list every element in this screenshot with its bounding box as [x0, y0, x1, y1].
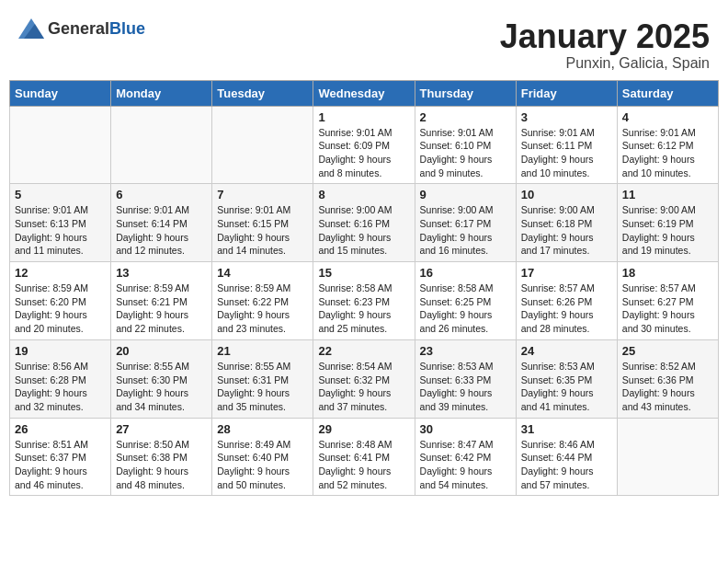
- title-area: January 2025 Punxin, Galicia, Spain: [500, 18, 710, 72]
- day-content: Sunrise: 9:01 AM Sunset: 6:14 PM Dayligh…: [116, 203, 207, 258]
- calendar-cell: [212, 106, 313, 184]
- day-content: Sunrise: 8:51 AM Sunset: 6:37 PM Dayligh…: [15, 438, 106, 492]
- day-content: Sunrise: 8:58 AM Sunset: 6:25 PM Dayligh…: [420, 282, 511, 336]
- calendar-cell: 4Sunrise: 9:01 AM Sunset: 6:12 PM Daylig…: [617, 106, 718, 184]
- day-number: 5: [15, 188, 106, 201]
- calendar-cell: [617, 418, 718, 496]
- day-number: 14: [217, 266, 308, 280]
- day-number: 4: [622, 110, 713, 124]
- page-header: GeneralBlue January 2025 Punxin, Galicia…: [9, 9, 719, 76]
- logo-general: GeneralBlue: [48, 20, 145, 38]
- weekday-header-saturday: Saturday: [617, 80, 718, 106]
- calendar-cell: 8Sunrise: 9:00 AM Sunset: 6:16 PM Daylig…: [313, 184, 415, 262]
- calendar-header: SundayMondayTuesdayWednesdayThursdayFrid…: [10, 80, 719, 106]
- day-content: Sunrise: 8:53 AM Sunset: 6:35 PM Dayligh…: [521, 360, 612, 414]
- day-content: Sunrise: 8:53 AM Sunset: 6:33 PM Dayligh…: [420, 360, 511, 414]
- day-number: 27: [116, 422, 207, 436]
- day-content: Sunrise: 9:01 AM Sunset: 6:11 PM Dayligh…: [521, 126, 612, 180]
- calendar-cell: 24Sunrise: 8:53 AM Sunset: 6:35 PM Dayli…: [516, 339, 617, 418]
- day-number: 6: [116, 188, 207, 201]
- day-number: 29: [318, 422, 409, 436]
- calendar-week-row: 5Sunrise: 9:01 AM Sunset: 6:13 PM Daylig…: [10, 184, 719, 262]
- day-content: Sunrise: 9:00 AM Sunset: 6:16 PM Dayligh…: [318, 203, 409, 258]
- calendar-cell: 29Sunrise: 8:48 AM Sunset: 6:41 PM Dayli…: [313, 418, 415, 496]
- calendar-cell: 14Sunrise: 8:59 AM Sunset: 6:22 PM Dayli…: [212, 262, 313, 340]
- day-content: Sunrise: 8:55 AM Sunset: 6:31 PM Dayligh…: [217, 360, 308, 414]
- day-number: 18: [622, 266, 713, 280]
- day-content: Sunrise: 8:52 AM Sunset: 6:36 PM Dayligh…: [622, 360, 713, 414]
- calendar-cell: 19Sunrise: 8:56 AM Sunset: 6:28 PM Dayli…: [10, 339, 111, 418]
- day-number: 12: [15, 266, 106, 280]
- day-content: Sunrise: 8:58 AM Sunset: 6:23 PM Dayligh…: [318, 282, 409, 336]
- day-number: 17: [521, 266, 612, 280]
- day-content: Sunrise: 9:00 AM Sunset: 6:17 PM Dayligh…: [420, 203, 511, 258]
- day-number: 23: [420, 344, 511, 358]
- day-number: 20: [116, 344, 207, 358]
- day-number: 30: [420, 422, 511, 436]
- day-number: 24: [521, 344, 612, 358]
- day-content: Sunrise: 9:01 AM Sunset: 6:09 PM Dayligh…: [318, 126, 409, 180]
- calendar-cell: 17Sunrise: 8:57 AM Sunset: 6:26 PM Dayli…: [516, 262, 617, 340]
- day-content: Sunrise: 8:49 AM Sunset: 6:40 PM Dayligh…: [217, 438, 308, 492]
- day-number: 10: [521, 188, 612, 201]
- month-title: January 2025: [500, 18, 710, 55]
- day-number: 22: [318, 344, 409, 358]
- day-content: Sunrise: 8:55 AM Sunset: 6:30 PM Dayligh…: [116, 360, 207, 414]
- weekday-header-monday: Monday: [111, 80, 212, 106]
- calendar-cell: 25Sunrise: 8:52 AM Sunset: 6:36 PM Dayli…: [617, 339, 718, 418]
- day-content: Sunrise: 8:59 AM Sunset: 6:20 PM Dayligh…: [15, 282, 106, 336]
- day-content: Sunrise: 8:54 AM Sunset: 6:32 PM Dayligh…: [318, 360, 409, 414]
- day-number: 9: [420, 188, 511, 201]
- calendar-cell: 20Sunrise: 8:55 AM Sunset: 6:30 PM Dayli…: [111, 339, 212, 418]
- day-content: Sunrise: 9:01 AM Sunset: 6:15 PM Dayligh…: [217, 203, 308, 258]
- day-content: Sunrise: 8:50 AM Sunset: 6:38 PM Dayligh…: [116, 438, 207, 492]
- calendar-cell: 5Sunrise: 9:01 AM Sunset: 6:13 PM Daylig…: [10, 184, 111, 262]
- weekday-header-tuesday: Tuesday: [212, 80, 313, 106]
- calendar-week-row: 12Sunrise: 8:59 AM Sunset: 6:20 PM Dayli…: [10, 262, 719, 340]
- location-title: Punxin, Galicia, Spain: [500, 55, 710, 72]
- calendar-week-row: 1Sunrise: 9:01 AM Sunset: 6:09 PM Daylig…: [10, 106, 719, 184]
- day-number: 2: [420, 110, 511, 124]
- day-number: 7: [217, 188, 308, 201]
- day-content: Sunrise: 8:59 AM Sunset: 6:21 PM Dayligh…: [116, 282, 207, 336]
- day-content: Sunrise: 8:56 AM Sunset: 6:28 PM Dayligh…: [15, 360, 106, 414]
- day-number: 15: [318, 266, 409, 280]
- calendar-week-row: 19Sunrise: 8:56 AM Sunset: 6:28 PM Dayli…: [10, 339, 719, 418]
- calendar-cell: 22Sunrise: 8:54 AM Sunset: 6:32 PM Dayli…: [313, 339, 415, 418]
- calendar-table: SundayMondayTuesdayWednesdayThursdayFrid…: [9, 80, 719, 497]
- logo: GeneralBlue: [18, 18, 145, 39]
- day-number: 13: [116, 266, 207, 280]
- day-number: 21: [217, 344, 308, 358]
- weekday-header-friday: Friday: [516, 80, 617, 106]
- calendar-cell: 7Sunrise: 9:01 AM Sunset: 6:15 PM Daylig…: [212, 184, 313, 262]
- calendar-cell: 6Sunrise: 9:01 AM Sunset: 6:14 PM Daylig…: [111, 184, 212, 262]
- day-number: 19: [15, 344, 106, 358]
- weekday-header-thursday: Thursday: [415, 80, 516, 106]
- day-number: 28: [217, 422, 308, 436]
- weekday-header-sunday: Sunday: [10, 80, 111, 106]
- day-number: 1: [318, 110, 409, 124]
- calendar-cell: 12Sunrise: 8:59 AM Sunset: 6:20 PM Dayli…: [10, 262, 111, 340]
- day-content: Sunrise: 9:01 AM Sunset: 6:13 PM Dayligh…: [15, 203, 106, 258]
- day-content: Sunrise: 8:46 AM Sunset: 6:44 PM Dayligh…: [521, 438, 612, 492]
- calendar-cell: 9Sunrise: 9:00 AM Sunset: 6:17 PM Daylig…: [415, 184, 516, 262]
- day-content: Sunrise: 8:48 AM Sunset: 6:41 PM Dayligh…: [318, 438, 409, 492]
- calendar-cell: [111, 106, 212, 184]
- calendar-cell: 28Sunrise: 8:49 AM Sunset: 6:40 PM Dayli…: [212, 418, 313, 496]
- day-content: Sunrise: 8:47 AM Sunset: 6:42 PM Dayligh…: [420, 438, 511, 492]
- calendar-cell: 23Sunrise: 8:53 AM Sunset: 6:33 PM Dayli…: [415, 339, 516, 418]
- calendar-week-row: 26Sunrise: 8:51 AM Sunset: 6:37 PM Dayli…: [10, 418, 719, 496]
- calendar-cell: [10, 106, 111, 184]
- calendar-cell: 10Sunrise: 9:00 AM Sunset: 6:18 PM Dayli…: [516, 184, 617, 262]
- calendar-cell: 13Sunrise: 8:59 AM Sunset: 6:21 PM Dayli…: [111, 262, 212, 340]
- day-content: Sunrise: 8:57 AM Sunset: 6:27 PM Dayligh…: [622, 282, 713, 336]
- calendar-cell: 15Sunrise: 8:58 AM Sunset: 6:23 PM Dayli…: [313, 262, 415, 340]
- calendar-cell: 2Sunrise: 9:01 AM Sunset: 6:10 PM Daylig…: [415, 106, 516, 184]
- calendar-cell: 21Sunrise: 8:55 AM Sunset: 6:31 PM Dayli…: [212, 339, 313, 418]
- calendar-cell: 18Sunrise: 8:57 AM Sunset: 6:27 PM Dayli…: [617, 262, 718, 340]
- logo-icon: [18, 18, 44, 39]
- day-content: Sunrise: 9:01 AM Sunset: 6:10 PM Dayligh…: [420, 126, 511, 180]
- day-number: 26: [15, 422, 106, 436]
- day-number: 25: [622, 344, 713, 358]
- calendar-cell: 30Sunrise: 8:47 AM Sunset: 6:42 PM Dayli…: [415, 418, 516, 496]
